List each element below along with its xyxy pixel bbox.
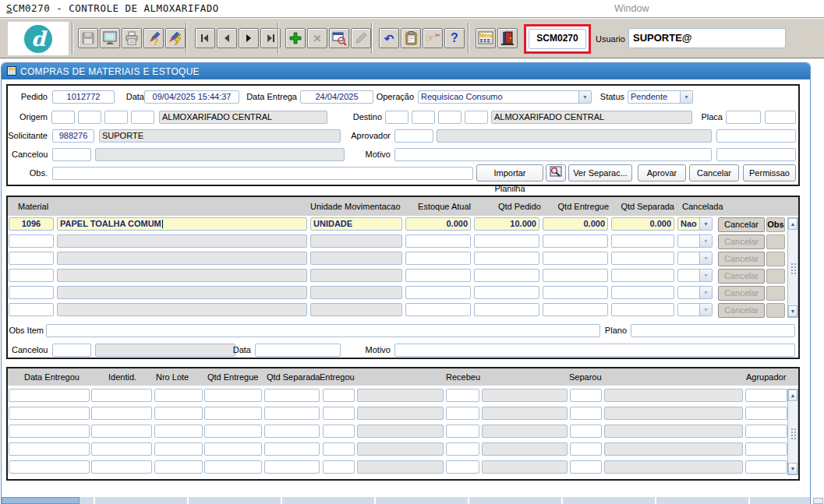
delivery-identid-field[interactable]: [91, 407, 152, 420]
item-estoque-field[interactable]: [405, 252, 471, 265]
destino-field-2[interactable]: [412, 111, 435, 124]
motivo-extra-field[interactable]: [716, 148, 796, 161]
item-data-field[interactable]: [255, 344, 341, 357]
delivery-lote-field[interactable]: [154, 407, 203, 420]
previous-record-button[interactable]: [217, 28, 237, 48]
delivery-identid-field[interactable]: [91, 425, 152, 438]
item-qtd-separada-field[interactable]: [611, 252, 674, 265]
aprovador-extra-field[interactable]: [716, 129, 796, 143]
delivery-separou-cod-field[interactable]: [570, 460, 602, 474]
item-qtd-pedido-field[interactable]: [474, 269, 539, 282]
delivery-identid-field[interactable]: [91, 442, 152, 456]
item-codigo-field[interactable]: [9, 303, 54, 316]
insert-record-button[interactable]: [285, 28, 306, 48]
item-estoque-field[interactable]: [405, 286, 471, 299]
item-qtd-pedido-field[interactable]: [474, 252, 539, 265]
delivery-lote-field[interactable]: [154, 425, 203, 438]
chevron-down-icon[interactable]: ▼: [699, 218, 712, 230]
scroll-grip[interactable]: [790, 428, 796, 440]
pedido-field[interactable]: 1012772: [52, 90, 115, 104]
delivery-entregou-cod-field[interactable]: [323, 407, 355, 420]
item-unidade-field[interactable]: UNIDADE: [310, 217, 402, 231]
lov-button[interactable]: [329, 28, 349, 48]
delivery-agrupador-field[interactable]: [745, 425, 787, 438]
item-codigo-field[interactable]: 1096: [9, 217, 54, 231]
delivery-separou-cod-field[interactable]: [570, 425, 602, 438]
item-estoque-field[interactable]: 0.000: [405, 217, 471, 231]
usuario-field[interactable]: SUPORTE@: [628, 28, 786, 48]
commit-button[interactable]: ☞✂: [423, 28, 443, 48]
delivery-agrupador-field[interactable]: [745, 389, 787, 402]
item-qtd-entregue-field[interactable]: [543, 303, 608, 316]
delivery-identid-field[interactable]: [91, 460, 152, 474]
first-record-button[interactable]: [195, 28, 215, 48]
delivery-separou-cod-field[interactable]: [570, 389, 602, 402]
delivery-lote-field[interactable]: [154, 389, 203, 402]
delivery-entregou-cod-field[interactable]: [323, 460, 355, 474]
destino-field-4[interactable]: [465, 111, 488, 124]
origem-field-4[interactable]: [131, 111, 154, 124]
plano-field[interactable]: [631, 324, 795, 337]
delivery-separou-cod-field[interactable]: [570, 442, 602, 456]
chevron-down-icon[interactable]: ▼: [680, 91, 692, 103]
item-cancelou-cod-field[interactable]: [52, 344, 91, 357]
scroll-down-icon[interactable]: ▼: [788, 463, 797, 474]
chevron-down-icon[interactable]: ▼: [578, 91, 591, 103]
screen-button[interactable]: [100, 28, 120, 48]
item-estoque-field[interactable]: [405, 303, 471, 316]
scroll-up-icon[interactable]: ▲: [788, 218, 797, 230]
delivery-entregou-cod-field[interactable]: [323, 389, 355, 402]
origem-field-2[interactable]: [78, 111, 101, 124]
item-qtd-pedido-field[interactable]: 10.000: [474, 217, 539, 231]
scroll-up-icon[interactable]: ▲: [788, 389, 797, 401]
destino-field-3[interactable]: [438, 111, 462, 124]
delivery-data-field[interactable]: [9, 442, 90, 456]
delivery-data-field[interactable]: [9, 460, 90, 474]
origem-field-3[interactable]: [104, 111, 128, 124]
module-code-field[interactable]: SCM0270: [529, 29, 586, 49]
item-qtd-separada-field[interactable]: [611, 303, 674, 316]
menu-button[interactable]: Menu: [476, 28, 496, 48]
undo-button[interactable]: ↶: [379, 28, 399, 48]
obs-item-field[interactable]: [46, 324, 600, 337]
item-qtd-entregue-field[interactable]: [543, 269, 608, 282]
item-qtd-entregue-field[interactable]: 0.000: [543, 217, 608, 231]
scroll-down-icon[interactable]: ▼: [788, 305, 797, 317]
items-scrollbar[interactable]: ▲ ▼: [787, 217, 798, 318]
delivery-qtd-separada-field[interactable]: [264, 425, 320, 438]
obs-field[interactable]: [52, 167, 473, 180]
delivery-data-field[interactable]: [9, 407, 90, 420]
item-obs-button[interactable]: Obs: [766, 217, 785, 232]
next-record-button[interactable]: [239, 28, 259, 48]
delivery-agrupador-field[interactable]: [745, 407, 787, 420]
delivery-data-field[interactable]: [9, 389, 90, 402]
item-qtd-entregue-field[interactable]: [543, 286, 608, 299]
aprovador-cod-field[interactable]: [394, 129, 433, 143]
item-codigo-field[interactable]: [9, 269, 54, 282]
delivery-recebeu-cod-field[interactable]: [446, 425, 479, 438]
placa-field-2[interactable]: [765, 111, 796, 124]
help-button[interactable]: ?: [444, 28, 465, 48]
horizontal-scrollbar[interactable]: [2, 497, 810, 504]
execute-query-button[interactable]: [165, 28, 186, 48]
print-button[interactable]: [122, 28, 142, 48]
item-qtd-pedido-field[interactable]: [474, 303, 539, 316]
data-entrega-field[interactable]: 24/04/2025: [300, 90, 373, 104]
menu-window[interactable]: Window: [614, 3, 649, 14]
item-codigo-field[interactable]: [9, 252, 54, 265]
delivery-qtd-entregue-field[interactable]: [204, 460, 262, 474]
delivery-agrupador-field[interactable]: [745, 442, 787, 456]
delivery-lote-field[interactable]: [154, 442, 203, 456]
ver-separacao-button[interactable]: Ver Separac...: [568, 164, 632, 182]
delivery-qtd-entregue-field[interactable]: [204, 389, 262, 402]
deliveries-scrollbar[interactable]: ▲ ▼: [787, 389, 798, 475]
delivery-recebeu-cod-field[interactable]: [446, 407, 479, 420]
exit-button[interactable]: [497, 28, 518, 48]
delivery-qtd-entregue-field[interactable]: [204, 425, 262, 438]
paste-button[interactable]: [401, 28, 421, 48]
delivery-qtd-separada-field[interactable]: [264, 460, 320, 474]
item-qtd-separada-field[interactable]: 0.000: [611, 217, 674, 231]
enter-query-button[interactable]: ?: [143, 28, 164, 48]
delivery-lote-field[interactable]: [154, 460, 203, 474]
cancelou-cod-field[interactable]: [52, 148, 91, 161]
